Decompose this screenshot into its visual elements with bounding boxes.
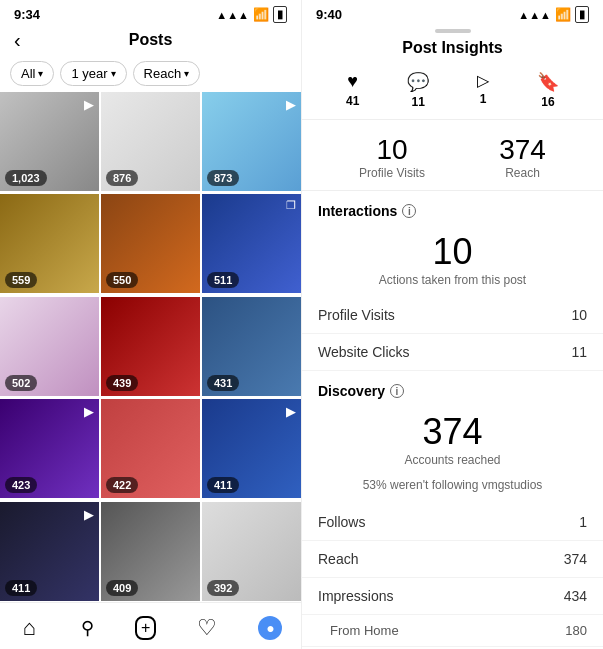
- post-count: 876: [106, 170, 138, 186]
- interactions-sub: Actions taken from this post: [302, 273, 603, 295]
- post-count: 422: [106, 477, 138, 493]
- website-clicks-label: Website Clicks: [318, 344, 410, 360]
- left-status-icons: ▲▲▲ 📶 ▮: [216, 6, 287, 23]
- profile-visits-row: Profile Visits 10: [302, 297, 603, 334]
- website-clicks-val: 11: [571, 344, 587, 360]
- reach-label: Reach: [499, 166, 546, 180]
- wifi-icon: 📶: [253, 7, 269, 22]
- right-time: 9:40: [316, 7, 342, 22]
- post-insights-title: Post Insights: [302, 39, 603, 67]
- grid-item-3[interactable]: ▶ 873: [202, 92, 301, 191]
- metric-shares: ▷ 1: [477, 71, 489, 109]
- nav-create[interactable]: +: [135, 616, 156, 640]
- chevron-icon: ▾: [38, 68, 43, 79]
- grid-item-13[interactable]: ▶ 411: [0, 502, 99, 601]
- likes-icon: ♥: [347, 71, 358, 92]
- website-clicks-row: Website Clicks 11: [302, 334, 603, 371]
- shares-count: 1: [480, 92, 487, 106]
- grid-item-14[interactable]: 409: [101, 502, 200, 601]
- post-count: 439: [106, 375, 138, 391]
- reach-row-label: Reach: [318, 551, 358, 567]
- post-count: 550: [106, 272, 138, 288]
- grid-item-10[interactable]: ▶ 423: [0, 399, 99, 498]
- wifi-icon: 📶: [555, 7, 571, 22]
- chevron-icon: ▾: [111, 68, 116, 79]
- impressions-row: Impressions 434: [302, 578, 603, 615]
- top-metrics-row: ♥ 41 💬 11 ▷ 1 🔖 16: [302, 67, 603, 120]
- impressions-label: Impressions: [318, 588, 393, 604]
- posts-title: Posts: [129, 31, 173, 49]
- post-count: 873: [207, 170, 239, 186]
- grid-item-5[interactable]: 550: [101, 194, 200, 293]
- summary-row: 10 Profile Visits 374 Reach: [302, 120, 603, 191]
- back-button[interactable]: ‹: [14, 29, 21, 52]
- signal-icon: ▲▲▲: [216, 9, 249, 21]
- nav-search[interactable]: ⚲: [77, 613, 98, 643]
- from-home-val: 180: [565, 623, 587, 638]
- posts-grid: ▶ 1,023 876 ▶ 873 559 550 ❐ 511 502 439 …: [0, 92, 301, 602]
- play-icon: ▶: [84, 404, 94, 419]
- grid-item-6[interactable]: ❐ 511: [202, 194, 301, 293]
- summary-reach: 374 Reach: [499, 134, 546, 180]
- post-count: 511: [207, 272, 239, 288]
- grid-item-2[interactable]: 876: [101, 92, 200, 191]
- filter-all[interactable]: All ▾: [10, 61, 54, 86]
- battery-icon: ▮: [575, 6, 589, 23]
- left-header: ‹ Posts: [0, 25, 301, 55]
- post-count: 1,023: [5, 170, 47, 186]
- play-icon: ▶: [84, 507, 94, 522]
- interactions-header: Interactions i: [302, 191, 603, 225]
- grid-item-1[interactable]: ▶ 1,023: [0, 92, 99, 191]
- profile-visits-row-label: Profile Visits: [318, 307, 395, 323]
- follows-val: 1: [579, 514, 587, 530]
- shares-icon: ▷: [477, 71, 489, 90]
- multi-icon: ❐: [286, 199, 296, 212]
- interactions-info-icon[interactable]: i: [402, 204, 416, 218]
- discovery-num: 374: [302, 411, 603, 453]
- grid-item-7[interactable]: 502: [0, 297, 99, 396]
- play-icon: ▶: [84, 97, 94, 112]
- filter-year[interactable]: 1 year ▾: [60, 61, 126, 86]
- discovery-big-num: 374 Accounts reached: [302, 405, 603, 477]
- nav-profile[interactable]: ●: [258, 616, 282, 640]
- discovery-info-icon[interactable]: i: [390, 384, 404, 398]
- right-panel: 9:40 ▲▲▲ 📶 ▮ Post Insights ♥ 41 💬 11 ▷ 1…: [302, 0, 603, 649]
- filter-reach[interactable]: Reach ▾: [133, 61, 201, 86]
- right-status-icons: ▲▲▲ 📶 ▮: [518, 6, 589, 23]
- post-count: 431: [207, 375, 239, 391]
- filter-bar: All ▾ 1 year ▾ Reach ▾: [0, 55, 301, 92]
- reach-row: Reach 374: [302, 541, 603, 578]
- metric-comments: 💬 11: [407, 71, 429, 109]
- signal-icon: ▲▲▲: [518, 9, 551, 21]
- grid-item-8[interactable]: 439: [101, 297, 200, 396]
- play-icon: ▶: [286, 97, 296, 112]
- profile-visits-num: 10: [359, 134, 425, 166]
- from-home-label: From Home: [330, 623, 399, 638]
- post-count: 559: [5, 272, 37, 288]
- post-count: 502: [5, 375, 37, 391]
- grid-item-4[interactable]: 559: [0, 194, 99, 293]
- summary-profile-visits: 10 Profile Visits: [359, 134, 425, 180]
- post-count: 409: [106, 580, 138, 596]
- play-icon: ▶: [286, 404, 296, 419]
- right-status-bar: 9:40 ▲▲▲ 📶 ▮: [302, 0, 603, 25]
- left-status-bar: 9:34 ▲▲▲ 📶 ▮: [0, 0, 301, 25]
- interactions-label: Interactions: [318, 203, 397, 219]
- discovery-sub-label: Accounts reached: [302, 453, 603, 475]
- grid-item-11[interactable]: 422: [101, 399, 200, 498]
- grid-item-12[interactable]: ▶ 411: [202, 399, 301, 498]
- interactions-num: 10: [302, 231, 603, 273]
- follows-row: Follows 1: [302, 504, 603, 541]
- post-count: 392: [207, 580, 239, 596]
- post-count: 411: [5, 580, 37, 596]
- post-count: 423: [5, 477, 37, 493]
- grid-item-9[interactable]: 431: [202, 297, 301, 396]
- nav-likes[interactable]: ♡: [193, 611, 221, 645]
- grid-item-15[interactable]: 392: [202, 502, 301, 601]
- nav-home[interactable]: ⌂: [19, 611, 40, 645]
- reach-num: 374: [499, 134, 546, 166]
- follows-label: Follows: [318, 514, 365, 530]
- from-home-row: From Home 180: [302, 615, 603, 647]
- interactions-big-num: 10 Actions taken from this post: [302, 225, 603, 297]
- reach-row-val: 374: [564, 551, 587, 567]
